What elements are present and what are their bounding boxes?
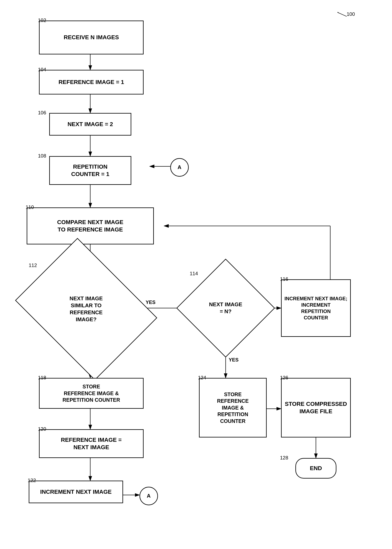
ref-104: 104 <box>38 67 46 72</box>
circle-a-bottom: A <box>140 487 158 505</box>
node-128-text: END <box>310 465 322 472</box>
node-104: REFERENCE IMAGE = 1 <box>39 70 144 94</box>
node-112-text: NEXT IMAGE SIMILAR TO REFERENCE IMAGE? <box>68 293 105 325</box>
title-arrow <box>336 11 349 17</box>
svg-text:YES: YES <box>146 299 155 305</box>
node-120-text: REFERENCE IMAGE = NEXT IMAGE <box>61 436 122 451</box>
node-110: COMPARE NEXT IMAGE TO REFERENCE IMAGE <box>27 207 154 244</box>
node-116-text: INCREMENT NEXT IMAGE; INCREMENT REPETITI… <box>285 295 348 321</box>
ref-124: 124 <box>198 375 206 381</box>
ref-116: 116 <box>280 276 288 282</box>
node-118-text: STORE REFERENCE IMAGE & REPETITION COUNT… <box>63 383 120 403</box>
node-126: STORE COMPRESSED IMAGE FILE <box>281 378 351 437</box>
node-128: END <box>295 458 336 478</box>
node-108: REPETITION COUNTER = 1 <box>49 156 131 185</box>
node-126-text: STORE COMPRESSED IMAGE FILE <box>285 400 347 415</box>
node-114: NEXT IMAGE = N? <box>191 273 260 343</box>
ref-126: 126 <box>280 375 288 381</box>
svg-text:YES: YES <box>229 357 238 362</box>
node-118: STORE REFERENCE IMAGE & REPETITION COUNT… <box>39 378 144 409</box>
ref-122: 122 <box>28 477 36 483</box>
ref-114: 114 <box>190 271 198 276</box>
ref-102: 102 <box>38 17 46 23</box>
ref-106: 106 <box>38 110 46 116</box>
node-102-text: RECEIVE N IMAGES <box>63 34 119 41</box>
circle-a-bottom-text: A <box>147 492 151 499</box>
svg-line-0 <box>337 12 347 16</box>
node-106-text: NEXT IMAGE = 2 <box>68 121 113 128</box>
circle-a-top: A <box>170 158 189 177</box>
circle-a-top-text: A <box>178 164 182 171</box>
ref-110: 110 <box>26 204 34 210</box>
flowchart-diagram: 100 <box>0 0 392 549</box>
node-124: STORE REFERENCE IMAGE & REPETITION COUNT… <box>199 378 267 437</box>
ref-108: 108 <box>38 153 46 159</box>
node-110-text: COMPARE NEXT IMAGE TO REFERENCE IMAGE <box>57 218 123 233</box>
node-112: NEXT IMAGE SIMILAR TO REFERENCE IMAGE? <box>30 265 143 353</box>
ref-112: 112 <box>29 262 37 268</box>
node-104-text: REFERENCE IMAGE = 1 <box>58 79 124 86</box>
node-108-text: REPETITION COUNTER = 1 <box>71 163 109 178</box>
node-114-text: NEXT IMAGE = N? <box>207 299 244 317</box>
ref-118: 118 <box>38 375 46 381</box>
node-124-text: STORE REFERENCE IMAGE & REPETITION COUNT… <box>217 391 249 425</box>
node-116: INCREMENT NEXT IMAGE; INCREMENT REPETITI… <box>281 279 351 337</box>
node-122-text: INCREMENT NEXT IMAGE <box>40 488 112 496</box>
node-120: REFERENCE IMAGE = NEXT IMAGE <box>39 429 144 458</box>
node-122: INCREMENT NEXT IMAGE <box>29 481 123 503</box>
ref-120: 120 <box>38 426 46 432</box>
node-106: NEXT IMAGE = 2 <box>49 113 131 136</box>
ref-128: 128 <box>280 455 288 461</box>
node-102: RECEIVE N IMAGES <box>39 21 144 54</box>
